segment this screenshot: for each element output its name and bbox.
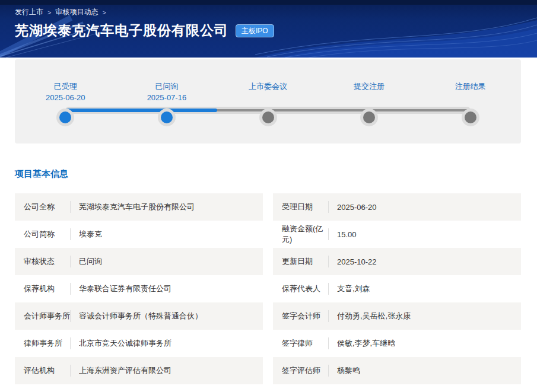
info-label: 公司简称 (15, 229, 70, 240)
stage-name: 注册结果 (429, 81, 512, 92)
info-column-right: 受理日期 2025-06-20 融资金额(亿元) 15.00 更新日期 2025… (273, 193, 521, 384)
stage-date (328, 93, 411, 102)
divider (70, 337, 71, 349)
stage-dot-icon (259, 109, 277, 126)
divider (70, 365, 71, 377)
info-value: 华泰联合证券有限责任公司 (79, 283, 171, 294)
info-row-sponsor: 保荐机构 华泰联合证券有限责任公司 (15, 275, 263, 302)
info-row-appraisal-agency: 评估机构 上海东洲资产评估有限公司 (15, 357, 263, 384)
info-row-company-short-name: 公司简称 埃泰克 (15, 221, 263, 248)
info-value: 15.00 (337, 230, 357, 239)
timeline-stage-listing-committee: 上市委会议 (227, 59, 310, 126)
stage-date: 2025-07-16 (125, 93, 208, 102)
info-row-update-date: 更新日期 2025-10-22 (273, 248, 521, 275)
info-row-review-status: 审核状态 已问询 (15, 248, 263, 275)
info-label: 签字评估师 (273, 365, 328, 376)
info-value: 2025-10-22 (337, 257, 377, 266)
timeline-stage-inquired: 已问询 2025-07-16 (125, 59, 208, 126)
info-value: 上海东洲资产评估有限公司 (79, 365, 171, 376)
stage-dot-icon (56, 109, 74, 126)
stage-name: 已受理 (24, 81, 107, 92)
divider (70, 310, 71, 322)
board-ipo-badge: 主板IPO (236, 24, 274, 37)
info-row-financing-amount: 融资金额(亿元) 15.00 (273, 221, 521, 248)
divider (70, 201, 71, 213)
breadcrumb: 发行上市 > 审核项目动态 > (15, 7, 274, 17)
page-title: 芜湖埃泰克汽车电子股份有限公司 (15, 21, 228, 40)
divider (328, 310, 329, 322)
info-value: 侯敏,李梦,车继晗 (337, 338, 395, 349)
info-label: 更新日期 (273, 256, 328, 267)
timeline-stage-submit-registration: 提交注册 (328, 59, 411, 126)
info-label: 签字律师 (273, 338, 328, 349)
timeline-stage-registration-result: 注册结果 (429, 59, 512, 126)
basic-info-grid: 公司全称 芜湖埃泰克汽车电子股份有限公司 公司简称 埃泰克 审核状态 已问询 保… (15, 193, 521, 384)
timeline-stage-accepted: 已受理 2025-06-20 (24, 59, 107, 126)
info-value: 北京市竞天公诚律师事务所 (79, 338, 171, 349)
info-row-accounting-firm: 会计师事务所 容诚会计师事务所（特殊普通合伙） (15, 302, 263, 330)
info-value: 芜湖埃泰克汽车电子股份有限公司 (79, 202, 195, 212)
info-label: 公司全称 (15, 202, 70, 212)
stage-name: 提交注册 (328, 81, 411, 92)
stage-date (227, 93, 310, 102)
info-value: 埃泰克 (79, 229, 102, 240)
divider (328, 256, 329, 267)
divider (70, 228, 71, 240)
divider (328, 365, 329, 377)
stage-date: 2025-06-20 (24, 93, 107, 102)
breadcrumb-separator-icon: > (47, 9, 51, 16)
info-label: 审核状态 (15, 256, 70, 267)
info-row-signing-appraiser: 签字评估师 杨黎鸣 (273, 357, 521, 384)
info-value: 2025-06-20 (337, 203, 377, 212)
info-row-signing-lawyers: 签字律师 侯敏,李梦,车继晗 (273, 330, 521, 357)
breadcrumb-separator-icon: > (102, 9, 106, 16)
stage-dot-icon (158, 109, 176, 126)
divider (70, 256, 71, 267)
info-label: 融资金额(亿元) (273, 224, 328, 245)
info-value: 容诚会计师事务所（特殊普通合伙） (79, 311, 202, 321)
info-row-company-full-name: 公司全称 芜湖埃泰克汽车电子股份有限公司 (15, 193, 263, 221)
info-label: 保荐代表人 (273, 283, 328, 294)
stage-dot-icon (360, 109, 378, 126)
info-label: 评估机构 (15, 365, 70, 376)
info-label: 受理日期 (273, 202, 328, 212)
info-label: 会计师事务所 (15, 311, 70, 321)
divider (70, 283, 71, 295)
info-value: 杨黎鸣 (337, 365, 360, 376)
info-value: 已问询 (79, 256, 102, 267)
stage-date (429, 93, 512, 102)
info-column-left: 公司全称 芜湖埃泰克汽车电子股份有限公司 公司简称 埃泰克 审核状态 已问询 保… (15, 193, 263, 384)
info-row-sponsor-representatives: 保荐代表人 支音,刘森 (273, 275, 521, 302)
review-progress-panel: 已受理 2025-06-20 已问询 2025-07-16 上市委会议 提交注册… (15, 59, 521, 144)
divider (328, 283, 329, 295)
info-label: 律师事务所 (15, 338, 70, 349)
info-row-signing-accountants: 签字会计师 付劲勇,吴岳松,张永康 (273, 302, 521, 330)
stage-name: 已问询 (125, 81, 208, 92)
info-label: 签字会计师 (273, 311, 328, 321)
breadcrumb-item-issuance[interactable]: 发行上市 (15, 7, 43, 17)
info-label: 保荐机构 (15, 283, 70, 294)
section-title-basic-info: 项目基本信息 (15, 168, 68, 180)
divider (328, 228, 329, 240)
breadcrumb-item-review-dynamics[interactable]: 审核项目动态 (55, 7, 98, 17)
divider (328, 337, 329, 349)
info-row-acceptance-date: 受理日期 2025-06-20 (273, 193, 521, 221)
info-row-law-firm: 律师事务所 北京市竞天公诚律师事务所 (15, 330, 263, 357)
info-value: 付劲勇,吴岳松,张永康 (337, 311, 411, 321)
stage-dot-icon (462, 109, 479, 126)
info-value: 支音,刘森 (337, 283, 370, 294)
page-header: 发行上市 > 审核项目动态 > 芜湖埃泰克汽车电子股份有限公司 主板IPO (0, 0, 537, 58)
stage-name: 上市委会议 (227, 81, 310, 92)
divider (328, 201, 329, 213)
